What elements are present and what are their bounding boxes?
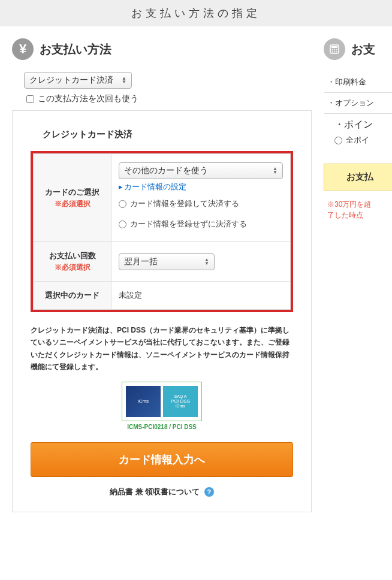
- main-column: ¥ お支払い方法 クレジットカード決済 ▲▼ この支払方法を次回も使う クレジッ…: [12, 38, 312, 512]
- select-arrows-icon: ▲▼: [273, 167, 278, 174]
- no-register-card-radio-row[interactable]: カード情報を登録せずに決済する: [119, 219, 283, 229]
- sidebar-cta-button[interactable]: お支払: [324, 164, 392, 191]
- card-select-label-cell: カードのご選択 ※必須選択: [34, 154, 111, 242]
- card-select-value: その他のカードを使う: [124, 165, 208, 176]
- form-table: カードのご選択 ※必須選択 その他のカードを使う ▲▼ ▸カード情報の設定: [33, 153, 291, 310]
- svg-point-3: [334, 49, 335, 50]
- svg-point-4: [336, 49, 337, 50]
- selected-card-label-cell: 選択中のカード: [34, 282, 111, 310]
- installments-row: お支払い回数 ※必須選択 翌月一括 ▲▼: [34, 242, 291, 282]
- sidebar-title: お支: [351, 41, 375, 58]
- credit-card-panel: クレジットカード決済 カードのご選択 ※必須選択 その他のカードを使う ▲: [12, 110, 312, 512]
- installments-required: ※必須選択: [41, 262, 104, 273]
- card-select-required: ※必須選択: [41, 199, 104, 209]
- container: ¥ お支払い方法 クレジットカード決済 ▲▼ この支払方法を次回も使う クレジッ…: [0, 26, 392, 512]
- highlight-box: カードのご選択 ※必須選択 その他のカードを使う ▲▼ ▸カード情報の設定: [31, 151, 293, 312]
- svg-point-2: [332, 49, 333, 50]
- remember-checkbox[interactable]: [26, 95, 34, 103]
- remember-label: この支払方法を次回も使う: [38, 93, 138, 104]
- card-select-row: カードのご選択 ※必須選択 その他のカードを使う ▲▼ ▸カード情報の設定: [34, 154, 291, 242]
- installments-label-cell: お支払い回数 ※必須選択: [34, 242, 111, 282]
- arrow-icon: ▸: [119, 182, 123, 191]
- cert-box: iCms SAQ A PCI DSS iCms ICMS-PCI0218 / P…: [31, 382, 293, 430]
- card-select-dropdown[interactable]: その他のカードを使う ▲▼: [119, 162, 283, 179]
- yen-icon: ¥: [12, 38, 34, 60]
- sidebar-points-radio-row[interactable]: 全ポイ: [324, 135, 392, 146]
- selected-card-value: 未設定: [119, 291, 142, 300]
- select-arrows-icon: ▲▼: [204, 258, 209, 265]
- sidebar-header: お支: [324, 38, 392, 60]
- svg-rect-1: [331, 46, 337, 48]
- receipt-link[interactable]: 納品書 兼 領収書について ?: [31, 487, 293, 497]
- installments-value: 翌月一括: [124, 256, 158, 267]
- receipt-link-text: 納品書 兼 領収書について: [110, 487, 200, 496]
- selected-card-label: 選択中のカード: [45, 291, 99, 300]
- register-card-radio[interactable]: [119, 200, 126, 208]
- card-settings-link-text: カード情報の設定: [124, 182, 186, 191]
- cert-badges: iCms SAQ A PCI DSS iCms: [122, 382, 202, 421]
- page-title-bar: お支払い方法の指定: [0, 0, 392, 26]
- method-select-wrap: クレジットカード決済 ▲▼ この支払方法を次回も使う: [24, 72, 312, 104]
- register-card-label: カード情報を登録して決済する: [130, 198, 239, 209]
- help-icon[interactable]: ?: [204, 487, 214, 497]
- calculator-icon: [324, 38, 345, 60]
- icms-badge-icon: iCms: [126, 386, 161, 417]
- sidebar-sub-point: ・ポイン: [324, 114, 392, 131]
- panel-title: クレジットカード決済: [43, 129, 293, 140]
- sidebar-item-print-fee: ・印刷料金: [324, 72, 392, 93]
- card-select-label: カードのご選択: [45, 188, 99, 197]
- card-settings-link[interactable]: ▸カード情報の設定: [119, 182, 283, 192]
- sidebar-item-option: ・オプション: [324, 93, 392, 114]
- payment-method-value: クレジットカード決済: [29, 75, 113, 86]
- sidebar-cta-label: お支払: [346, 171, 373, 182]
- pci-note: クレジットカード決済は、PCI DSS（カード業界のセキュリティ基準）に準拠して…: [31, 324, 293, 373]
- sidebar-note: ※30万円を超 了した時点: [324, 199, 392, 220]
- sidebar-list: ・印刷料金 ・オプション: [324, 72, 392, 114]
- svg-point-5: [332, 52, 333, 53]
- cta-label: カード情報入力へ: [119, 454, 205, 466]
- svg-point-7: [336, 52, 337, 53]
- page-title: お支払い方法の指定: [131, 7, 261, 19]
- sidebar-column: お支 ・印刷料金 ・オプション ・ポイン 全ポイ お支払 ※30万円を超 了した…: [324, 38, 392, 512]
- pcidss-badge-icon: SAQ A PCI DSS iCms: [163, 386, 198, 417]
- no-register-card-radio[interactable]: [119, 220, 126, 228]
- installments-field-cell: 翌月一括 ▲▼: [111, 242, 291, 282]
- selected-card-value-cell: 未設定: [111, 282, 291, 310]
- svg-point-6: [334, 52, 335, 53]
- section-header: ¥ お支払い方法: [12, 38, 312, 60]
- sidebar-points-label: 全ポイ: [346, 135, 369, 146]
- register-card-radio-row[interactable]: カード情報を登録して決済する: [119, 198, 283, 209]
- select-arrows-icon: ▲▼: [122, 77, 126, 84]
- sidebar-points-radio[interactable]: [334, 137, 342, 144]
- payment-method-select[interactable]: クレジットカード決済 ▲▼: [24, 72, 132, 89]
- installments-label: お支払い回数: [49, 251, 96, 260]
- cert-label: ICMS-PCI0218 / PCI DSS: [31, 424, 293, 430]
- no-register-card-label: カード情報を登録せずに決済する: [130, 219, 247, 229]
- card-select-field-cell: その他のカードを使う ▲▼ ▸カード情報の設定 カード情報を登録して決済する: [111, 154, 291, 242]
- section-title: お支払い方法: [40, 41, 111, 58]
- installments-dropdown[interactable]: 翌月一括 ▲▼: [119, 253, 215, 270]
- card-input-cta-button[interactable]: カード情報入力へ: [31, 442, 293, 477]
- remember-checkbox-row[interactable]: この支払方法を次回も使う: [26, 93, 312, 104]
- selected-card-row: 選択中のカード 未設定: [34, 282, 291, 310]
